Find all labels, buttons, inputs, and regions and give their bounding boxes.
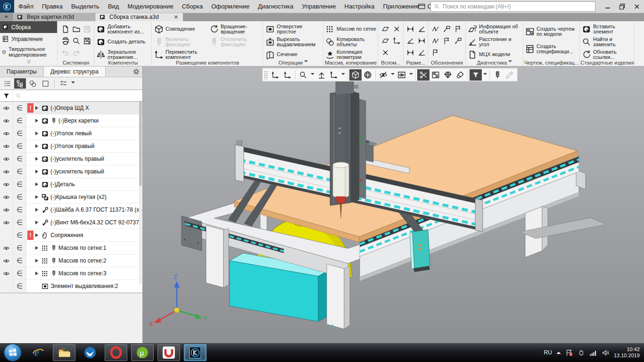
minimize-button[interactable] — [600, 0, 615, 13]
construction-point-button[interactable] — [391, 24, 402, 34]
operations-dropdown-icon[interactable] — [304, 60, 308, 64]
position-label-button[interactable] — [441, 36, 452, 46]
menu-view[interactable]: Вид — [104, 0, 124, 13]
visibility-eye-icon[interactable] — [0, 191, 13, 203]
dimension-linear-button[interactable] — [405, 24, 415, 34]
clock[interactable]: 10:42 13.10.2019 — [614, 346, 640, 359]
section-display-button[interactable] — [417, 69, 429, 81]
mode-management[interactable]: Управление — [0, 33, 57, 45]
conditional-mark-button[interactable] — [430, 48, 440, 58]
visibility-eye-icon[interactable] — [0, 102, 13, 114]
roughness-button[interactable] — [430, 24, 440, 34]
menu-file[interactable]: Файл — [14, 0, 38, 13]
show-in-window-button[interactable] — [396, 69, 408, 81]
taskbar-uplay-icon[interactable] — [157, 344, 180, 361]
tree-numbered-view-button[interactable] — [1, 78, 13, 89]
expand-arrow[interactable] — [34, 208, 41, 212]
speaker-icon[interactable] — [602, 349, 610, 357]
geometry-collection-button[interactable]: Коллекция геометрии — [324, 48, 377, 61]
menu-management[interactable]: Управление — [297, 0, 340, 13]
expand-arrow[interactable] — [34, 119, 41, 123]
taskbar-internet-explorer-icon[interactable]: e — [27, 345, 49, 361]
disable-fixation-button[interactable]: Отключить фиксацию — [208, 35, 261, 48]
command-search-input[interactable] — [442, 3, 595, 10]
tree-row[interactable]: ∈(-)Деталь — [0, 178, 142, 191]
visibility-eye-icon[interactable] — [0, 115, 13, 127]
expand-arrow[interactable] — [34, 170, 41, 173]
dimension-radial-button[interactable] — [416, 24, 427, 34]
expand-arrow[interactable] — [34, 272, 41, 275]
simple-hole-button[interactable]: Отверстие простое — [264, 23, 323, 35]
hide-objects-button[interactable] — [377, 69, 389, 81]
expand-arrow[interactable] — [34, 221, 41, 224]
tree-row[interactable]: ∈!Сопряжения — [0, 229, 142, 242]
move-axes-button[interactable] — [328, 69, 340, 81]
menu-select[interactable]: Выделить — [67, 0, 104, 13]
eyedropper-button[interactable] — [504, 69, 516, 81]
datum-button[interactable] — [453, 24, 463, 34]
visibility-eye-icon[interactable] — [0, 127, 13, 140]
distance-angle-button[interactable]: Расстояние и угол — [467, 35, 522, 48]
zoom-dropdown-icon[interactable] — [309, 69, 315, 81]
start-button[interactable] — [4, 344, 22, 362]
zoom-area-button[interactable] — [297, 69, 309, 81]
tree-row[interactable]: ∈Массив по сетке:3 — [0, 267, 142, 280]
enable-fixation-button[interactable]: Включить фиксацию — [153, 35, 207, 48]
expand-arrow[interactable] — [34, 182, 41, 186]
visibility-eye-icon[interactable] — [0, 140, 13, 152]
mode-solid-modeling[interactable]: Твердотельное моделирование — [0, 45, 57, 59]
move-component-button[interactable]: Переместить компонент — [153, 48, 207, 61]
create-drawing-from-model-button[interactable]: Создать чертеж по модели — [524, 25, 579, 38]
construction-plane-button[interactable] — [380, 24, 390, 34]
dimension-grid-button[interactable] — [405, 48, 415, 58]
network-signal-icon[interactable] — [589, 349, 597, 356]
expand-arrow[interactable] — [34, 246, 41, 250]
power-plug-icon[interactable] — [578, 349, 585, 356]
menu-modeling[interactable]: Моделирование — [123, 0, 177, 13]
tree-row[interactable]: ∈Массив по сетке:1 — [0, 242, 142, 255]
visibility-eye-icon[interactable] — [0, 178, 13, 190]
menu-settings[interactable]: Настройка — [340, 0, 379, 13]
tree-row[interactable]: ∈(-)Верх каретки — [0, 115, 142, 127]
dimension-diameter-button[interactable] — [405, 36, 415, 46]
redo-button[interactable] — [71, 48, 82, 58]
toolbar-grip-handle[interactable] — [264, 71, 268, 79]
tree-filter-dropdown-icon[interactable] — [71, 82, 75, 85]
clip-array-button[interactable] — [429, 69, 442, 81]
tab-parameters[interactable]: Параметры — [0, 66, 44, 77]
language-indicator[interactable]: RU — [544, 349, 552, 356]
filter-dropdown-icon[interactable] — [482, 69, 488, 81]
expand-arrow[interactable] — [34, 195, 41, 199]
expand-arrow[interactable] — [34, 106, 41, 110]
object-info-button[interactable]: Информация об объекте — [467, 23, 522, 35]
new-document-button[interactable] — [60, 24, 71, 34]
taskbar-kompas-icon[interactable] — [184, 344, 206, 361]
rotation-rotation-mate-button[interactable]: Вращение-вращение — [208, 23, 261, 35]
add-component-from-file-button[interactable]: Добавить компонент из... — [95, 23, 151, 35]
visibility-eye-icon[interactable] — [0, 255, 13, 267]
render-quality-button[interactable] — [442, 69, 454, 81]
window-layout-icon[interactable] — [415, 1, 428, 12]
expand-arrow[interactable] — [34, 233, 41, 237]
shaded-view-button[interactable] — [349, 69, 362, 81]
menu-edit[interactable]: Правка — [38, 0, 67, 13]
appearance-brush-button[interactable] — [454, 69, 466, 81]
tree-relations-button[interactable] — [27, 78, 39, 89]
construction-axis-button[interactable] — [380, 48, 390, 58]
visibility-eye-icon[interactable] — [0, 216, 13, 229]
tree-row[interactable]: ∈!(-)Опора ШД X — [0, 102, 142, 115]
tree-structure-view-button[interactable] — [14, 78, 26, 89]
local-cs-button[interactable] — [281, 69, 294, 81]
tree-selection-button[interactable] — [40, 78, 51, 89]
tree-row[interactable]: ∈(-)Уголок правый — [0, 140, 142, 153]
dimension-angular-button[interactable] — [416, 36, 427, 46]
tree-row[interactable]: ∈(-)усилитель правый — [0, 153, 142, 165]
action-center-flag-icon[interactable] — [565, 349, 573, 357]
create-part-button[interactable]: Создать деталь — [95, 35, 151, 48]
insert-element-button[interactable]: Вставить элемент — [581, 23, 634, 35]
taskbar-explorer-icon[interactable] — [53, 344, 75, 361]
copy-objects-button[interactable]: Копировать объекты — [324, 35, 377, 48]
expand-arrow[interactable] — [34, 132, 41, 135]
tab-verh-karetki[interactable]: Верх каретки.m3d — [13, 13, 95, 21]
visibility-eye-icon[interactable] — [0, 204, 13, 216]
